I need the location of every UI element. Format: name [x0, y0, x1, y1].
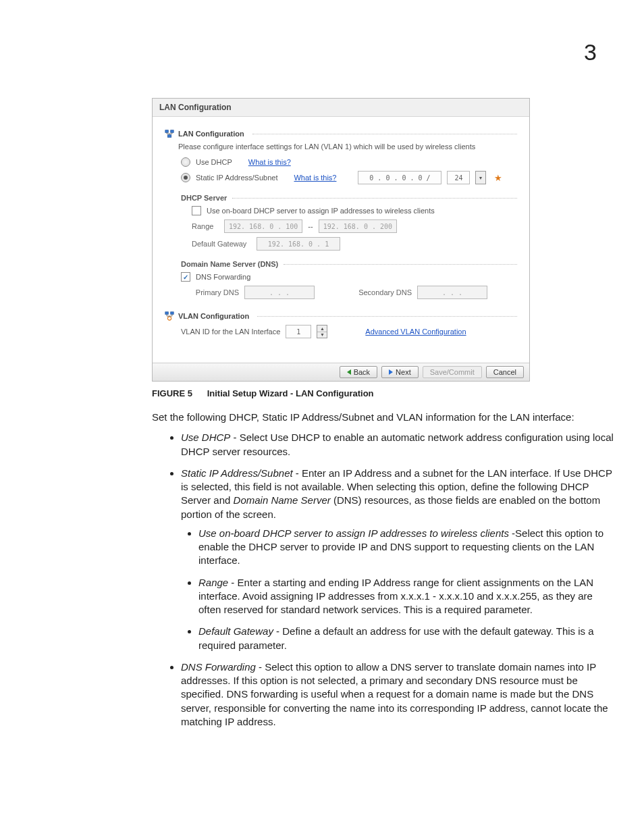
range-start-input[interactable]: 192. 168. 0 . 100 — [224, 219, 302, 233]
list-item: Use on-board DHCP server to assign IP ad… — [198, 527, 618, 568]
lan-icon — [165, 129, 174, 138]
wizard-button-bar: Back Next Save/Commit Cancel — [153, 363, 529, 381]
subnet-input[interactable]: 24 — [447, 171, 470, 184]
range-end-input[interactable]: 192. 168. 0 . 200 — [319, 219, 397, 233]
lan-section-title: LAN Configuration — [178, 130, 244, 138]
list-item: DNS Forwarding - Select this option to a… — [181, 660, 618, 729]
onboard-dhcp-label: Use on-board DHCP server to assign IP ad… — [207, 207, 435, 215]
arrow-right-icon — [389, 369, 393, 375]
range-separator: -- — [308, 222, 313, 230]
gateway-input[interactable]: 192. 168. 0 . 1 — [257, 237, 340, 251]
advanced-vlan-link[interactable]: Advanced VLAN Configuration — [365, 328, 466, 336]
dns-forwarding-checkbox[interactable]: ✓ — [181, 272, 190, 282]
divider — [284, 264, 517, 265]
svg-rect-0 — [165, 130, 168, 133]
static-ip-radio[interactable] — [181, 173, 190, 182]
vlan-id-stepper[interactable]: ▲▼ — [317, 325, 327, 338]
vlan-id-label: VLAN ID for the LAN Interface — [181, 328, 280, 336]
divider — [257, 316, 517, 317]
static-ip-help-link[interactable]: What is this? — [294, 174, 336, 182]
gateway-label: Default Gateway — [192, 240, 251, 248]
list-item: Use DHCP - Select Use DHCP to enable an … — [181, 431, 618, 459]
body-intro: Set the following DHCP, Static IP Addres… — [152, 411, 618, 424]
svg-rect-4 — [171, 312, 173, 315]
window-title: LAN Configuration — [153, 99, 529, 117]
list-item: Range - Enter a starting and ending IP A… — [198, 576, 618, 617]
primary-dns-input[interactable]: . . . — [244, 286, 315, 299]
secondary-dns-label: Secondary DNS — [352, 288, 412, 296]
dns-title: Domain Name Server (DNS) — [181, 260, 278, 268]
next-button[interactable]: Next — [381, 366, 419, 378]
secondary-dns-input[interactable]: . . . — [417, 286, 487, 299]
list-item: Default Gateway - Define a default an ad… — [198, 625, 618, 652]
list-item: Static IP Address/Subnet - Enter an IP A… — [181, 467, 618, 652]
page-number: 3 — [584, 39, 597, 66]
cancel-button[interactable]: Cancel — [486, 366, 524, 378]
back-button[interactable]: Back — [340, 366, 377, 378]
wizard-window: LAN Configuration LAN Configuration Plea… — [152, 98, 530, 382]
svg-rect-3 — [165, 312, 168, 315]
svg-rect-2 — [167, 135, 171, 138]
vlan-id-input[interactable]: 1 — [286, 325, 311, 338]
primary-dns-label: Primary DNS — [192, 288, 239, 296]
figure-label: FIGURE 5 — [152, 388, 192, 398]
subnet-dropdown[interactable]: ▾ — [475, 171, 486, 184]
arrow-left-icon — [347, 369, 351, 375]
static-ip-label: Static IP Address/Subnet — [196, 174, 277, 182]
divider — [252, 134, 517, 134]
use-dhcp-help-link[interactable]: What is this? — [248, 158, 291, 166]
figure-screenshot: LAN Configuration LAN Configuration Plea… — [152, 98, 530, 382]
bullet-list: Use DHCP - Select Use DHCP to enable an … — [169, 431, 618, 729]
svg-point-5 — [167, 317, 171, 320]
figure-caption-text: Initial Setup Wizard - LAN Configuration — [207, 388, 374, 398]
use-dhcp-radio[interactable] — [181, 157, 190, 167]
onboard-dhcp-checkbox[interactable] — [192, 206, 201, 215]
figure-caption: FIGURE 5 Initial Setup Wizard - LAN Conf… — [152, 388, 597, 398]
dhcp-server-title: DHCP Server — [181, 194, 227, 202]
static-ip-input[interactable]: 0 . 0 . 0 . 0 / — [358, 171, 441, 184]
lan-section-desc: Please configure interface settings for … — [178, 142, 517, 151]
vlan-section-title: VLAN Configuration — [178, 312, 249, 320]
divider — [232, 198, 517, 199]
save-commit-button[interactable]: Save/Commit — [423, 366, 482, 378]
use-dhcp-label: Use DHCP — [196, 158, 232, 166]
required-star-icon: ★ — [494, 173, 502, 183]
range-label: Range — [192, 222, 219, 230]
svg-rect-1 — [171, 130, 173, 133]
dns-forwarding-label: DNS Forwarding — [196, 273, 250, 281]
vlan-icon — [165, 311, 174, 321]
